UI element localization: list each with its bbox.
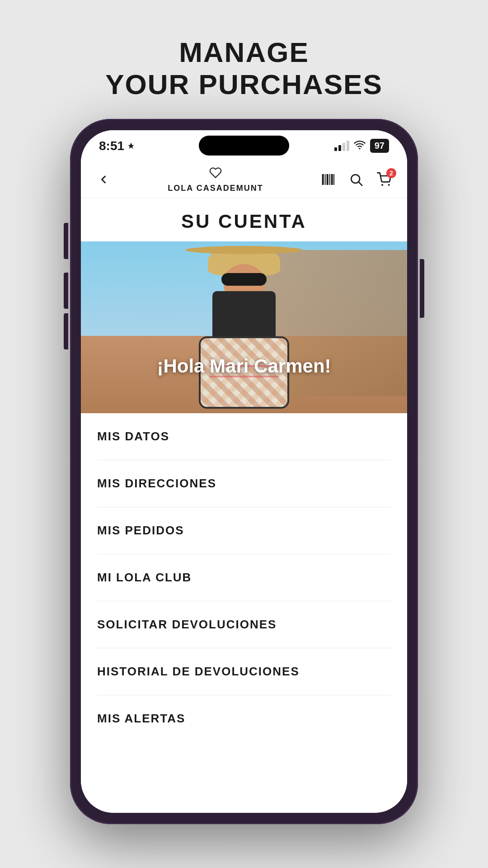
menu-item-mi-lola-club[interactable]: MI LOLA CLUB — [97, 554, 391, 601]
brand-name: LOLA CASADEMUNT — [168, 184, 263, 193]
svg-point-0 — [359, 148, 360, 149]
status-bar: 8:51 — [81, 130, 407, 162]
barcode-button[interactable] — [319, 170, 338, 189]
menu-item-mis-alertas[interactable]: MIS ALERTAS — [97, 695, 391, 742]
page-background-title: MANAGE YOUR PURCHASES — [105, 36, 383, 101]
phone-shell: 8:51 — [70, 119, 418, 824]
signal-bar-1 — [334, 147, 337, 151]
wifi-icon — [354, 139, 366, 153]
menu-item-mis-direcciones[interactable]: MIS DIRECCIONES — [97, 460, 391, 507]
svg-point-10 — [388, 184, 390, 186]
location-icon — [127, 142, 135, 150]
heart-svg — [209, 166, 222, 179]
menu-item-solicitar-devoluciones[interactable]: SOLICITAR DEVOLUCIONES — [97, 601, 391, 648]
heart-icon — [209, 166, 222, 182]
svg-rect-5 — [331, 174, 333, 185]
back-button[interactable] — [94, 170, 113, 189]
sunglasses — [221, 273, 267, 286]
cart-button[interactable]: 2 — [375, 170, 394, 189]
search-icon — [349, 172, 363, 187]
svg-rect-3 — [327, 174, 328, 185]
svg-rect-4 — [329, 174, 330, 185]
signal-bar-2 — [338, 145, 341, 151]
brand-logo: LOLA CASADEMUNT — [168, 166, 263, 193]
signal-bar-3 — [343, 143, 345, 151]
dynamic-island — [199, 136, 289, 156]
menu-item-mis-pedidos[interactable]: MIS PEDIDOS — [97, 507, 391, 554]
barcode-icon — [321, 172, 335, 187]
svg-rect-6 — [333, 174, 334, 185]
signal-bar-4 — [347, 141, 349, 151]
hat-brim — [185, 246, 303, 254]
svg-rect-2 — [325, 174, 326, 185]
signal-bars — [334, 141, 349, 151]
svg-point-9 — [381, 184, 383, 186]
phone-screen: 8:51 — [81, 130, 407, 813]
hero-greeting: ¡Hola Mari Carmen! — [81, 355, 407, 377]
wifi-svg — [354, 139, 366, 151]
svg-line-8 — [359, 182, 362, 185]
hero-banner: ¡Hola Mari Carmen! — [81, 241, 407, 413]
account-heading: SU CUENTA — [81, 198, 407, 241]
hero-woman-figure — [176, 246, 312, 413]
menu-item-mis-datos[interactable]: MIS DATOS — [97, 413, 391, 460]
cart-badge: 2 — [386, 168, 396, 178]
nav-bar: LOLA CASADEMUNT — [81, 162, 407, 198]
account-menu-list: MIS DATOSMIS DIRECCIONESMIS PEDIDOSMI LO… — [81, 413, 407, 813]
search-button[interactable] — [347, 170, 366, 189]
back-chevron-icon — [97, 173, 110, 186]
menu-item-historial-devoluciones[interactable]: HISTORIAL DE DEVOLUCIONES — [97, 648, 391, 695]
battery-indicator: 97 — [370, 139, 389, 153]
status-time: 8:51 — [99, 139, 135, 153]
nav-action-icons: 2 — [319, 170, 394, 189]
status-icons: 97 — [334, 139, 389, 153]
svg-rect-1 — [322, 174, 324, 185]
